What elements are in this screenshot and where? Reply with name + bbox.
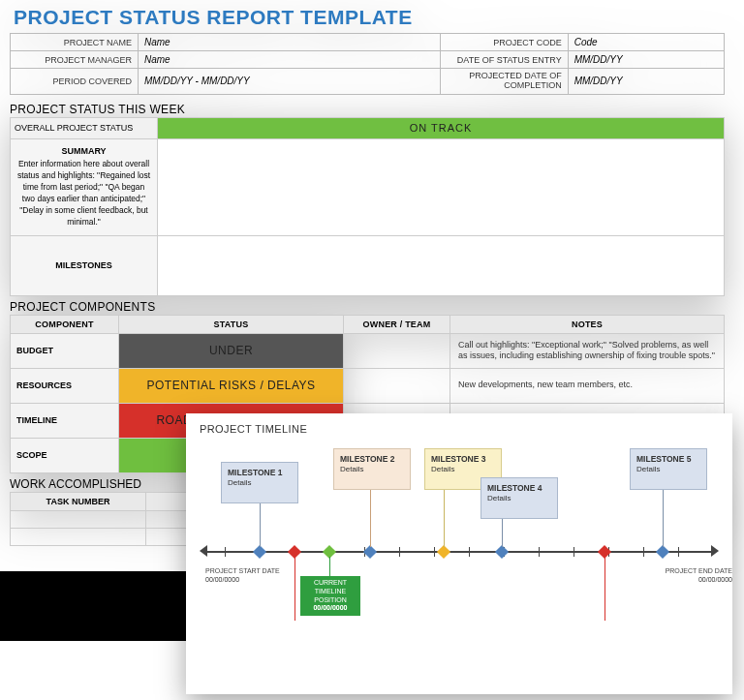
hdr-val-project-code[interactable]: Code [568, 34, 724, 51]
hdr-lbl-period-covered: PERIOD COVERED [11, 69, 139, 95]
current-position-box: CURRENT TIMELINE POSITION 00/00/0000 [300, 576, 360, 616]
axis-tick [469, 547, 470, 557]
hdr-val-project-name[interactable]: Name [139, 34, 441, 51]
summary-cell: SUMMARY Enter information here about ove… [11, 138, 158, 235]
start-title: PROJECT START DATE [205, 567, 280, 574]
hdr-lbl-status-entry-date: DATE OF STATUS ENTRY [440, 51, 568, 69]
start-date: 00/00/0000 [205, 576, 239, 583]
comp-status-resources: POTENTIAL RISKS / DELAYS [119, 368, 344, 403]
comp-notes-resources[interactable]: New developments, new team members, etc. [450, 368, 725, 403]
start-date-label: PROJECT START DATE 00/00/0000 [205, 566, 293, 584]
section-status-week: PROJECT STATUS THIS WEEK [0, 99, 736, 117]
summary-title: SUMMARY [16, 145, 151, 158]
hdr-val-status-entry-date[interactable]: MM/DD/YY [568, 51, 724, 69]
axis-arrow-left-icon [200, 545, 207, 557]
col-owner: OWNER / TEAM [344, 315, 450, 333]
comp-owner-budget[interactable] [344, 333, 450, 368]
summary-content[interactable] [158, 138, 725, 235]
axis-arrow-right-icon [711, 545, 719, 557]
axis-tick [434, 547, 435, 557]
milestones-content[interactable] [158, 235, 725, 295]
hdr-lbl-project-name: PROJECT NAME [11, 34, 139, 51]
axis-tick [539, 547, 540, 557]
roadblock-detail: Details [256, 636, 279, 645]
timeline-card: PROJECT TIMELINE [186, 413, 732, 694]
milestone-detail: Details [228, 478, 251, 487]
end-date-label: PROJECT END DATE 00/00/0000 [645, 566, 732, 584]
timeline-axis [205, 551, 713, 553]
milestone-box-1: MILESTONE 1 Details [221, 462, 298, 503]
comp-name-timeline: TIMELINE [11, 403, 119, 438]
milestone-box-2: MILESTONE 2 Details [333, 448, 411, 490]
marker-milestone-3 [437, 545, 450, 559]
stem [294, 557, 295, 621]
end-date: 00/00/0000 [698, 576, 732, 583]
work-col-task: TASK NUMBER [11, 492, 146, 510]
comp-name-resources: RESOURCES [11, 368, 119, 403]
hdr-lbl-project-manager: PROJECT MANAGER [11, 51, 139, 69]
work-cell[interactable] [11, 528, 146, 545]
overall-status-label: OVERALL PROJECT STATUS [11, 117, 158, 138]
hdr-lbl-completion-date: PROJECTED DATE OF COMPLETION [440, 69, 568, 95]
axis-tick [678, 547, 679, 557]
roadblock-detail: Details [566, 636, 589, 645]
current-label: CURRENT TIMELINE POSITION [314, 579, 347, 603]
hdr-val-period-covered[interactable]: MM/DD/YY - MM/DD/YY [139, 69, 441, 95]
milestone-title: MILESTONE 3 [431, 454, 486, 464]
col-notes: NOTES [450, 315, 725, 333]
section-components: PROJECT COMPONENTS [0, 296, 736, 315]
comp-owner-resources[interactable] [344, 368, 450, 403]
milestone-title: MILESTONE 5 [636, 454, 692, 464]
page-title: PROJECT STATUS REPORT TEMPLATE [0, 0, 736, 31]
work-cell[interactable] [11, 510, 146, 528]
table-row: BUDGET UNDER Call out highlights: "Excep… [11, 333, 725, 368]
status-week-table: OVERALL PROJECT STATUS ON TRACK SUMMARY … [10, 117, 725, 296]
axis-tick [574, 547, 574, 557]
milestone-detail: Details [487, 494, 511, 502]
marker-milestone-1 [253, 545, 266, 559]
milestone-detail: Details [431, 465, 454, 473]
hdr-lbl-project-code: PROJECT CODE [440, 34, 568, 51]
hdr-val-completion-date[interactable]: MM/DD/YY [568, 69, 724, 95]
col-status: STATUS [119, 315, 344, 333]
current-date: 00/00/0000 [313, 604, 347, 611]
axis-tick [399, 547, 400, 557]
stem [370, 483, 371, 547]
timeline-title: PROJECT TIMELINE [200, 423, 719, 435]
comp-notes-budget[interactable]: Call out highlights: "Exceptional work;"… [450, 333, 725, 368]
milestone-box-5: MILESTONE 5 Details [630, 448, 707, 490]
milestone-title: MILESTONE 4 [487, 483, 542, 493]
col-component: COMPONENT [11, 315, 119, 333]
roadblock-title: ROADBLOCK 1 [256, 626, 313, 635]
marker-milestone-5 [656, 545, 669, 559]
comp-name-budget: BUDGET [11, 333, 119, 368]
milestone-detail: Details [636, 465, 660, 473]
header-table: PROJECT NAME Name PROJECT CODE Code PROJ… [10, 33, 725, 95]
roadblock-1: ROADBLOCK 1 Details [231, 621, 358, 681]
hdr-val-project-manager[interactable]: Name [139, 51, 441, 69]
end-title: PROJECT END DATE [666, 567, 732, 574]
table-row: RESOURCES POTENTIAL RISKS / DELAYS New d… [11, 368, 725, 403]
roadblock-title: ROADBLOCK 2 [566, 626, 623, 635]
marker-milestone-4 [495, 545, 509, 559]
roadblock-2: ROADBLOCK 2 Details [541, 621, 668, 681]
comp-status-budget: UNDER [119, 333, 344, 368]
stem [444, 483, 445, 547]
overall-status-value: ON TRACK [158, 117, 725, 138]
timeline-canvas: MILESTONE 1 Details MILESTONE 2 Details … [200, 448, 719, 681]
stem [604, 557, 605, 621]
milestone-box-4: MILESTONE 4 Details [480, 477, 558, 519]
stem [329, 557, 330, 576]
milestone-title: MILESTONE 1 [228, 468, 283, 477]
marker-milestone-2 [363, 545, 377, 559]
stem [260, 499, 261, 547]
comp-name-scope: SCOPE [11, 438, 119, 472]
milestones-title: MILESTONES [11, 235, 158, 295]
summary-body: Enter information here about overall sta… [17, 159, 150, 226]
axis-tick [225, 547, 226, 557]
axis-tick [643, 547, 644, 557]
stem [663, 483, 664, 547]
milestone-title: MILESTONE 2 [340, 454, 395, 464]
milestone-detail: Details [340, 465, 363, 473]
